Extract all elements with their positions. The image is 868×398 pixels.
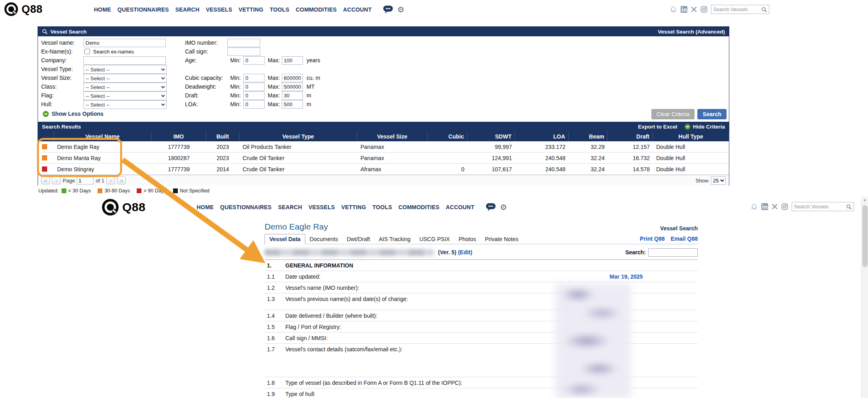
nav-home[interactable]: HOME: [197, 204, 214, 210]
result-row-demo-manta-ray[interactable]: Demo Manta Ray 1800287 2023 Crude Oil Ta…: [38, 152, 729, 164]
show-less-options-link[interactable]: Show Less Options: [43, 111, 104, 117]
nav-vessels[interactable]: VESSELS: [206, 6, 232, 13]
cubic-max-input[interactable]: [282, 74, 303, 82]
loa-min-input[interactable]: [243, 100, 265, 109]
age-min-input[interactable]: [243, 56, 265, 65]
next-page-button[interactable]: ›: [106, 176, 115, 184]
nav-commodities[interactable]: COMMODITIES: [296, 6, 337, 13]
vessel-search-link[interactable]: Vessel Search: [660, 225, 698, 232]
col-built[interactable]: Built: [206, 131, 239, 141]
q88-logo[interactable]: Q88: [102, 198, 145, 216]
edit-link[interactable]: (Edit): [458, 249, 472, 255]
page-size-select[interactable]: 25: [711, 176, 726, 185]
x-social-icon[interactable]: [772, 204, 778, 210]
print-q88-link[interactable]: Print Q88: [640, 236, 665, 242]
instagram-icon[interactable]: [701, 6, 707, 13]
clear-criteria-button[interactable]: Clear Criteria: [651, 109, 695, 119]
nav-vetting[interactable]: VETTING: [341, 204, 366, 210]
email-q88-link[interactable]: Email Q88: [671, 236, 698, 242]
nav-tools[interactable]: TOOLS: [372, 204, 392, 210]
flag-select[interactable]: -- Select --: [84, 91, 167, 100]
age-max-input[interactable]: [282, 56, 303, 65]
col-imo[interactable]: IMO: [151, 131, 206, 141]
search-ex-names-checkbox[interactable]: [84, 49, 90, 54]
tab-uscg-psix[interactable]: USCG PSIX: [415, 234, 454, 244]
vessel-name-input[interactable]: [84, 39, 166, 47]
tab-ais-tracking[interactable]: AIS Tracking: [374, 234, 415, 244]
detail-search-input[interactable]: [648, 248, 698, 257]
instagram-icon[interactable]: [781, 203, 788, 210]
nav-account[interactable]: ACCOUNT: [446, 204, 474, 210]
draft-min-input[interactable]: [243, 91, 265, 100]
nav-questionnaires[interactable]: QUESTIONNAIRES: [117, 6, 169, 13]
linkedin-icon[interactable]: [681, 6, 687, 13]
scrollbar-thumb[interactable]: [862, 205, 868, 267]
nav-vessels[interactable]: VESSELS: [309, 204, 335, 210]
gear-icon[interactable]: ⚙: [500, 203, 507, 211]
q88-logo[interactable]: Q88: [4, 2, 43, 16]
tab-dwt-draft[interactable]: Dwt/Draft: [342, 234, 374, 244]
gear-icon[interactable]: ⚙: [397, 6, 404, 14]
col-vessel-size[interactable]: Vessel Size: [357, 131, 428, 141]
result-row-demo-eagle-ray[interactable]: Demo Eagle Ray 1777739 2023 Oil Products…: [38, 141, 729, 152]
nav-search[interactable]: SEARCH: [175, 6, 199, 13]
scrollbar[interactable]: ▲: [861, 196, 868, 398]
search-button[interactable]: Search: [697, 109, 727, 119]
first-page-button[interactable]: «: [41, 176, 50, 184]
imo-number-input[interactable]: [227, 39, 260, 47]
prev-page-button[interactable]: ‹: [52, 176, 61, 184]
chat-icon[interactable]: [383, 5, 393, 14]
class-select[interactable]: -- Select --: [84, 83, 167, 91]
export-to-excel-link[interactable]: Export to Excel: [638, 124, 677, 130]
col-sdwt[interactable]: SDWT: [468, 131, 515, 141]
last-page-button[interactable]: »: [117, 176, 126, 184]
search-icon[interactable]: [846, 204, 852, 210]
vessel-type-select[interactable]: -- Select --: [84, 65, 167, 74]
tab-vessel-data[interactable]: Vessel Data: [265, 234, 305, 244]
company-input[interactable]: [84, 56, 166, 65]
col-beam[interactable]: Beam: [569, 131, 608, 141]
vessel-name-cell[interactable]: Demo Eagle Ray: [54, 141, 151, 152]
nav-home[interactable]: HOME: [94, 6, 111, 13]
question-text: Vessel's name (IMO number):: [283, 282, 554, 293]
deadweight-min-input[interactable]: [243, 83, 265, 91]
hull-select[interactable]: -- Select --: [84, 100, 167, 109]
linkedin-icon[interactable]: [761, 203, 768, 210]
col-loa[interactable]: LOA: [515, 131, 569, 141]
col-cubic[interactable]: Cubic: [428, 131, 468, 141]
vessel-name-cell[interactable]: Demo Stingray: [54, 164, 151, 174]
col-hull-type[interactable]: Hull Type: [653, 131, 729, 141]
vessel-size-select[interactable]: -- Select --: [84, 74, 167, 83]
tab-photos[interactable]: Photos: [454, 234, 481, 244]
chat-icon[interactable]: [486, 203, 496, 212]
col-vessel-name[interactable]: Vessel Name: [54, 131, 151, 141]
cubic-min-input[interactable]: [243, 74, 265, 82]
loa-max-input[interactable]: [282, 100, 303, 109]
nav-search[interactable]: SEARCH: [278, 204, 302, 210]
tab-private-notes[interactable]: Private Notes: [480, 234, 523, 244]
draft-max-input[interactable]: [282, 91, 303, 100]
search-icon[interactable]: [761, 7, 767, 12]
nav-commodities[interactable]: COMMODITIES: [398, 204, 440, 210]
result-row-demo-stingray[interactable]: Demo Stingray 1777739 2014 Crude Oil Tan…: [38, 164, 729, 175]
bell-icon[interactable]: [751, 203, 758, 210]
x-social-icon[interactable]: [691, 6, 697, 12]
vessel-name-cell[interactable]: Demo Manta Ray: [54, 152, 151, 163]
nav-questionnaires[interactable]: QUESTIONNAIRES: [220, 204, 272, 210]
update-status-icon: [42, 144, 47, 149]
quick-search-input[interactable]: [794, 204, 846, 210]
bell-icon[interactable]: [670, 6, 677, 13]
nav-vetting[interactable]: VETTING: [239, 6, 263, 13]
hide-criteria-link[interactable]: Hide Criteria: [685, 124, 725, 130]
deadweight-max-input[interactable]: [282, 83, 303, 91]
page-number-input[interactable]: [77, 177, 94, 184]
tab-documents[interactable]: Documents: [305, 234, 342, 244]
nav-tools[interactable]: TOOLS: [270, 6, 289, 13]
nav-account[interactable]: ACCOUNT: [343, 6, 372, 13]
scroll-up-button[interactable]: ▲: [862, 196, 868, 203]
col-draft[interactable]: Draft: [608, 131, 653, 141]
call-sign-input[interactable]: [227, 48, 260, 56]
col-vessel-type[interactable]: Vessel Type: [239, 131, 357, 141]
quick-search-input[interactable]: [713, 7, 761, 12]
vessel-search-advanced-link[interactable]: Vessel Search (Advanced): [658, 29, 725, 35]
